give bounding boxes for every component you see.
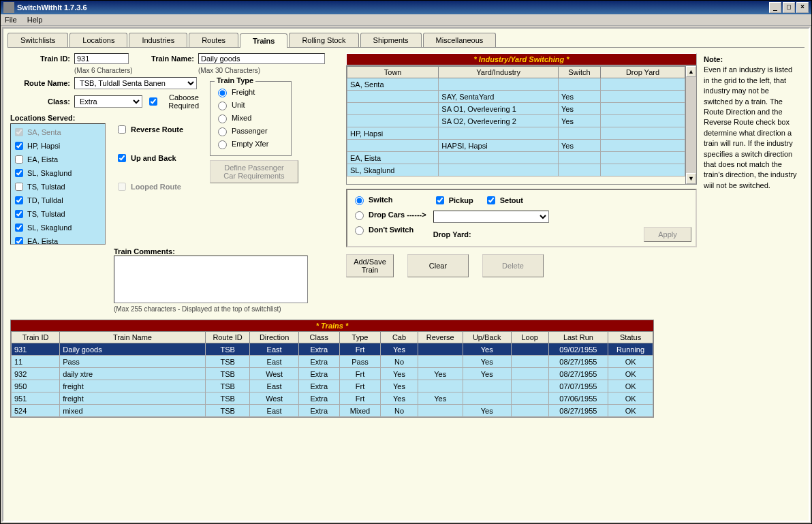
drop-cars-radio[interactable]: Drop Cars ------> <box>352 209 426 220</box>
clear-button[interactable]: Clear <box>407 254 469 277</box>
trains-row[interactable]: 951freightTSBWestExtraFrtYesYes07/06/195… <box>12 392 653 405</box>
location-item[interactable]: SL, Skaglund <box>12 166 104 180</box>
location-item[interactable]: TD, Tulldal <box>12 194 104 207</box>
trains-col-header[interactable]: Train Name <box>60 332 206 343</box>
trains-col-header[interactable]: Cab <box>381 332 418 343</box>
setout-check[interactable]: Setout <box>484 194 523 206</box>
trains-table[interactable]: Train IDTrain NameRoute IDDirectionClass… <box>11 331 653 417</box>
location-item[interactable]: HP, Hapsi <box>12 139 104 153</box>
tab-rolling-stock[interactable]: Rolling Stock <box>289 33 358 47</box>
location-item[interactable]: TS, Tulstad <box>12 180 104 194</box>
tab-strip: SwitchlistsLocationsIndustriesRoutesTrai… <box>7 33 805 48</box>
trains-col-header[interactable]: Route ID <box>205 332 250 343</box>
train-name-hint: (Max 30 Characters) <box>198 67 260 74</box>
trains-col-header[interactable]: Class <box>298 332 339 343</box>
trains-col-header[interactable]: Loop <box>511 332 548 343</box>
menubar: File Help <box>1 14 811 26</box>
train-name-label: Train Name: <box>133 55 194 63</box>
tab-shipments[interactable]: Shipments <box>360 33 422 47</box>
switch-options: Switch Drop Cars ------> Don't Switch Pi… <box>346 189 697 247</box>
scroll-up-icon[interactable]: ▲ <box>686 66 696 77</box>
pickup-check[interactable]: Pickup <box>433 194 473 206</box>
switch-row[interactable]: SAY, SentaYardYes <box>347 91 685 103</box>
switch-radio[interactable]: Switch <box>352 194 426 205</box>
menu-file[interactable]: File <box>5 16 17 24</box>
looped-route-check: Looped Route <box>115 181 183 193</box>
location-item[interactable]: EA, Eista <box>12 153 104 166</box>
note-title: Note: <box>704 55 723 63</box>
switch-row[interactable]: SA O2, Overlevering 2Yes <box>347 115 685 127</box>
train-name-input[interactable] <box>198 53 325 64</box>
switch-panel-title: * Industry/Yard Switching * <box>346 53 697 65</box>
trains-row[interactable]: 11PassTSBEastExtraPassNoYes08/27/1955OK <box>12 356 653 368</box>
trains-col-header[interactable]: Last Run <box>548 332 608 343</box>
switch-row[interactable]: SA O1, Overlevering 1Yes <box>347 103 685 115</box>
apply-button: Apply <box>644 227 691 242</box>
menu-help[interactable]: Help <box>27 16 43 24</box>
tab-trains[interactable]: Trains <box>240 33 287 48</box>
drop-select[interactable] <box>433 211 549 223</box>
switch-col-header: Switch <box>558 67 600 78</box>
tab-locations[interactable]: Locations <box>69 33 127 47</box>
trains-row[interactable]: 931Daily goodsTSBEastExtraFrtYesYes09/02… <box>12 343 653 356</box>
switch-col-header: Drop Yard <box>600 67 685 78</box>
trains-col-header[interactable]: Type <box>339 332 380 343</box>
tab-content: Train ID: Train Name: (Max 6 Characters)… <box>7 48 805 517</box>
tab-industries[interactable]: Industries <box>129 33 187 47</box>
switch-row[interactable]: HAPSI, HapsiYes <box>347 140 685 152</box>
train-type-mixed[interactable]: Mixed <box>215 112 287 123</box>
train-form: Train ID: Train Name: (Max 6 Characters)… <box>10 53 341 313</box>
location-item: SA, Senta <box>12 125 104 139</box>
train-type-passenger[interactable]: Passenger <box>215 125 287 136</box>
comments-textarea[interactable] <box>114 256 308 303</box>
train-type-unit[interactable]: Unit <box>215 99 287 110</box>
location-item[interactable]: EA, Eista <box>12 234 104 245</box>
switch-row[interactable]: SA, Senta <box>347 78 685 91</box>
switch-row[interactable]: EA, Eista <box>347 152 685 164</box>
minimize-button[interactable]: _ <box>769 2 781 13</box>
reverse-route-check[interactable]: Reverse Route <box>115 123 183 136</box>
app-window: SwitchWithIt 1.7.3.6 _ □ × File Help Swi… <box>0 0 812 524</box>
comments-hint: (Max 255 characters - Displayed at the t… <box>114 305 281 313</box>
titlebar: SwitchWithIt 1.7.3.6 _ □ × <box>1 1 811 14</box>
tab-switchlists[interactable]: Switchlists <box>7 33 68 47</box>
switch-row[interactable]: SL, Skaglund <box>347 164 685 176</box>
route-options: Reverse Route Up and Back Looped Route <box>111 123 183 245</box>
switch-col-header: Town <box>347 67 439 78</box>
maximize-button[interactable]: □ <box>783 2 795 13</box>
switch-table[interactable]: TownYard/IndustrySwitchDrop Yard SA, Sen… <box>347 66 685 176</box>
trains-col-header[interactable]: Up/Back <box>463 332 511 343</box>
up-and-back-check[interactable]: Up and Back <box>115 152 183 164</box>
add-save-button[interactable]: Add/Save Train <box>346 254 394 277</box>
close-button[interactable]: × <box>796 2 809 13</box>
trains-col-header[interactable]: Reverse <box>418 332 463 343</box>
trains-col-header[interactable]: Train ID <box>12 332 60 343</box>
caboose-check-wrap[interactable]: Caboose Required <box>146 93 199 110</box>
locations-served-label: Locations Served: <box>10 114 75 122</box>
switch-grid-scrollbar[interactable]: ▲ ▼ <box>685 66 696 184</box>
location-item[interactable]: SL, Skaglund <box>12 221 104 234</box>
locations-listbox[interactable]: SA, Senta HP, Hapsi EA, Eista SL, Skaglu… <box>10 123 106 245</box>
train-type-legend: Train Type <box>215 76 255 84</box>
train-type-group: Train Type Freight Unit Mixed Passenger … <box>210 81 292 156</box>
scroll-down-icon[interactable]: ▼ <box>686 173 696 184</box>
train-type-freight[interactable]: Freight <box>215 87 287 97</box>
train-id-input[interactable] <box>74 53 129 64</box>
trains-row[interactable]: 932daily xtreTSBWestExtraFrtYesYesYes08/… <box>12 368 653 380</box>
location-item[interactable]: TS, Tulstad <box>12 207 104 221</box>
trains-row[interactable]: 524mixedTSBEastExtraMixedNoYes08/27/1955… <box>12 405 653 417</box>
train-type-empty-xfer[interactable]: Empty Xfer <box>215 138 287 149</box>
trains-col-header[interactable]: Direction <box>250 332 298 343</box>
switch-row[interactable]: HP, Hapsi <box>347 127 685 140</box>
route-name-select[interactable]: TSB, Tuldall Senta Banen <box>74 77 197 89</box>
trains-col-header[interactable]: Status <box>608 332 653 343</box>
train-id-label: Train ID: <box>10 55 70 63</box>
tab-routes[interactable]: Routes <box>189 33 238 47</box>
tab-miscellaneous[interactable]: Miscellaneous <box>423 33 497 47</box>
class-select[interactable]: Extra <box>74 95 142 108</box>
caboose-checkbox[interactable] <box>149 97 157 106</box>
route-name-label: Route Name: <box>10 79 70 87</box>
delete-button: Delete <box>482 254 544 277</box>
trains-row[interactable]: 950freightTSBEastExtraFrtYes07/07/1955OK <box>12 380 653 392</box>
dont-switch-radio[interactable]: Don't Switch <box>352 224 426 235</box>
